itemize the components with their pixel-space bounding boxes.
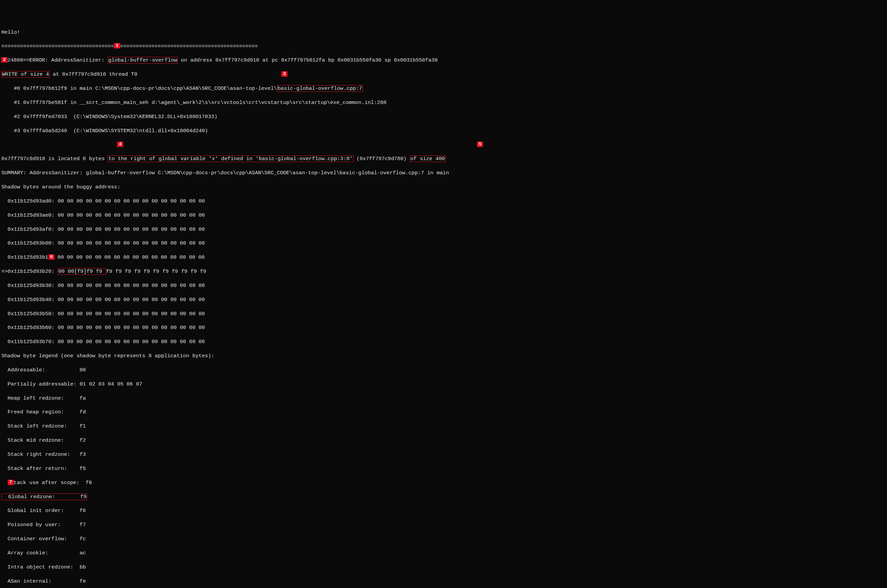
shadow-header: Shadow bytes around the buggy address: — [2, 184, 885, 191]
legend-row: Partially addressable: 01 02 03 04 05 06… — [2, 381, 885, 388]
greeting-line: Hello! — [2, 29, 885, 36]
stack-frame-3: #3 0x7fffa0a5d240 (C:\WINDOWS\SYSTEM32\n… — [2, 128, 885, 135]
loc-addr: (0x7ff797c9d780) — [353, 156, 410, 162]
sr0: 0x11b125d93ad0: 00 00 00 00 00 00 00 00 … — [2, 198, 205, 204]
hr-line: ====================================1===… — [2, 43, 885, 50]
legend-row: Container overflow: fc — [2, 536, 885, 543]
l11: Poisoned by user: f7 — [2, 522, 86, 528]
sr10: 0x11b125d93b70: 00 00 00 00 00 00 00 00 … — [2, 339, 205, 345]
frame2: #2 0x7fff9fed7033 (C:\WINDOWS\System32\K… — [2, 114, 218, 120]
l10: Global init order: f6 — [2, 508, 86, 514]
legend-hdr: Shadow byte legend (one shadow byte repr… — [2, 353, 214, 359]
legend-row: Stack right redzone: f3 — [2, 451, 885, 458]
callout-6: 6 — [48, 254, 54, 260]
location-line: 0x7ff797c9d910 is located 0 bytes to the… — [2, 155, 885, 162]
error-type: global-buffer-overflow — [108, 57, 178, 64]
shadow-row: 0x11b125d93b30: 00 00 00 00 00 00 00 00 … — [2, 282, 885, 289]
callout-4: 4 — [117, 142, 123, 147]
sr8: 0x11b125d93b50: 00 00 00 00 00 00 00 00 … — [2, 311, 205, 317]
frame1: #1 0x7ff797be581f in __scrt_common_main_… — [2, 100, 386, 106]
sr5a: =>0x11b125d93b20: — [2, 268, 57, 274]
shadow-row: 0x11b125d93b00: 00 00 00 00 00 00 00 00 … — [2, 240, 885, 247]
stack-frame-0: #0 0x7ff797b612f9 in main C:\MSDN\cpp-do… — [2, 85, 885, 92]
l9: Global redzone: f9 — [2, 494, 87, 500]
sr4b: 00 00 00 00 00 00 00 00 00 00 00 00 00 0… — [54, 254, 204, 260]
l1: Partially addressable: 01 02 03 04 05 06… — [2, 381, 142, 387]
shadow-row: 0x11b125d93b50: 00 00 00 00 00 00 00 00 … — [2, 310, 885, 318]
callout-3: 3 — [281, 71, 287, 77]
sr3: 0x11b125d93b00: 00 00 00 00 00 00 00 00 … — [2, 240, 205, 246]
legend-row: Poisoned by user: f7 — [2, 521, 885, 528]
legend-row: Stack after return: f5 — [2, 465, 885, 472]
sr1: 0x11b125d93ae0: 00 00 00 00 00 00 00 00 … — [2, 212, 205, 218]
legend-row: ASan internal: fe — [2, 578, 885, 585]
shadow-row: 0x11b125d93b16 00 00 00 00 00 00 00 00 0… — [2, 254, 885, 261]
l0: Addressable: 00 — [2, 367, 86, 373]
write-tail: at 0x7ff797c9d910 thread T0 — [50, 71, 137, 77]
l3: Freed heap region: fd — [2, 409, 86, 415]
legend-row: 7tack use after scope: f8 — [2, 479, 885, 486]
sr6: 0x11b125d93b30: 00 00 00 00 00 00 00 00 … — [2, 283, 205, 289]
frame3: #3 0x7fffa0a5d240 (C:\WINDOWS\SYSTEM32\n… — [2, 128, 208, 134]
legend-row: Stack left redzone: f1 — [2, 423, 885, 430]
legend-row: Array cookie: ac — [2, 550, 885, 557]
write-line: WRITE of size 4 at 0x7ff797c9d910 thread… — [2, 71, 885, 78]
hr-left: ==================================== — [2, 44, 114, 50]
sr9: 0x11b125d93b60: 00 00 00 00 00 00 00 00 … — [2, 325, 205, 331]
l7: Stack after return: f5 — [2, 465, 86, 472]
l2: Heap left redzone: fa — [2, 395, 86, 401]
shadow-row: 0x11b125d93b60: 00 00 00 00 00 00 00 00 … — [2, 324, 885, 332]
summary: SUMMARY: AddressSanitizer: global-buffer… — [2, 170, 449, 176]
frame0-file: basic-global-overflow.cpp:7 — [277, 85, 363, 92]
shadow-row: 0x11b125d93ad0: 00 00 00 00 00 00 00 00 … — [2, 198, 885, 205]
shadow-row-current: =>0x11b125d93b20: 00 00[f9]f9 f9 f9 f9 f… — [2, 268, 885, 275]
frame0-a: #0 0x7ff797b612f9 in main C:\MSDN\cpp-do… — [2, 86, 277, 92]
l5: Stack mid redzone: f2 — [2, 437, 86, 443]
legend-header: Shadow byte legend (one shadow byte repr… — [2, 352, 885, 360]
hr-right: ========================================… — [120, 44, 258, 50]
legend-row: Freed heap region: fd — [2, 409, 885, 416]
shadow-row: 0x11b125d93b70: 00 00 00 00 00 00 00 00 … — [2, 338, 885, 345]
l15: ASan internal: fe — [2, 578, 86, 584]
l13: Array cookie: ac — [2, 550, 86, 556]
loc-mid: to the right of global variable 'x' defi… — [108, 155, 353, 162]
shadow-row: 0x11b125d93ae0: 00 00 00 00 00 00 00 00 … — [2, 212, 885, 219]
callout-5: 5 — [477, 142, 483, 147]
error-prefix: 24868==ERROR: AddressSanitizer: — [8, 57, 108, 63]
legend-row: Stack mid redzone: f2 — [2, 437, 885, 444]
greeting: Hello! — [2, 29, 20, 35]
shadow-row: 0x11b125d93b40: 00 00 00 00 00 00 00 00 … — [2, 296, 885, 303]
sr7: 0x11b125d93b40: 00 00 00 00 00 00 00 00 … — [2, 297, 205, 303]
l14: Intra object redzone: bb — [2, 564, 86, 570]
legend-row: Global init order: f6 — [2, 507, 885, 514]
legend-row-global-redzone: Global redzone: f9 — [2, 494, 885, 501]
callout-7: 7 — [8, 480, 14, 485]
error-tail: on address 0x7ff797c9d910 at pc 0x7ff797… — [178, 57, 437, 63]
write-desc: WRITE of size 4 — [2, 71, 50, 78]
legend-row: Heap left redzone: fa — [2, 395, 885, 402]
summary-line: SUMMARY: AddressSanitizer: global-buffer… — [2, 170, 885, 177]
sr4a: 0x11b125d93b1 — [2, 254, 48, 260]
callout-2: 2 — [2, 57, 8, 63]
stack-frame-1: #1 0x7ff797be581f in __scrt_common_main_… — [2, 99, 885, 106]
l6: Stack right redzone: f3 — [2, 452, 86, 458]
stack-frame-2: #2 0x7fff9fed7033 (C:\WINDOWS\System32\K… — [2, 113, 885, 120]
sr5c: f9 f9 f9 f9 f9 f9 f9 f9 f9 f9 f9 — [106, 268, 206, 274]
blank-line: 4 5 — [2, 141, 885, 148]
sr5b: 00 00[f9]f9 f9 — [57, 268, 106, 275]
callout-1: 1 — [114, 43, 120, 48]
sr2: 0x11b125d93af0: 00 00 00 00 00 00 00 00 … — [2, 226, 205, 232]
shadow-hdr: Shadow bytes around the buggy address: — [2, 184, 120, 190]
l4: Stack left redzone: f1 — [2, 423, 86, 429]
l12: Container overflow: fc — [2, 536, 86, 542]
legend-row: Intra object redzone: bb — [2, 564, 885, 571]
loc-pre: 0x7ff797c9d910 is located 0 bytes — [2, 156, 108, 162]
error-line: 224868==ERROR: AddressSanitizer: global-… — [2, 57, 885, 64]
l8a: tack use after scope: f8 — [14, 480, 92, 486]
legend-row: Addressable: 00 — [2, 367, 885, 374]
shadow-row: 0x11b125d93af0: 00 00 00 00 00 00 00 00 … — [2, 226, 885, 233]
loc-size: of size 400 — [410, 155, 445, 162]
